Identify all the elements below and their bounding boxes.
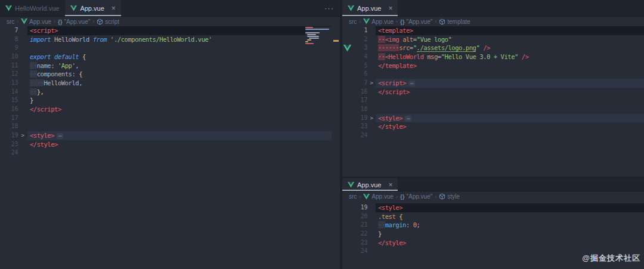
breadcrumb-label: script: [105, 18, 119, 25]
code-area[interactable]: 7<script>8import HelloWorld from './comp…: [0, 26, 340, 157]
code-token: ,: [75, 62, 79, 69]
breadcrumb-item-script[interactable]: script: [97, 18, 119, 25]
close-icon[interactable]: ×: [388, 5, 392, 12]
code-line[interactable]: 14··},: [0, 88, 340, 97]
breadcrumb-item-src[interactable]: src: [349, 193, 357, 200]
code-area[interactable]: 19<style>20.test {21··margin: 0;22}23</s…: [342, 202, 644, 256]
code-line-content: </style>: [27, 140, 340, 149]
fold-column: [367, 105, 376, 114]
fold-chevron-icon[interactable]: >: [367, 79, 376, 88]
close-icon[interactable]: ×: [112, 5, 116, 12]
code-area[interactable]: 1<template>2··<img alt="Vue logo"3······…: [342, 26, 644, 140]
minimap[interactable]: [305, 27, 332, 48]
code-line[interactable]: 17: [342, 96, 644, 105]
line-number: 4: [352, 52, 367, 61]
code-line[interactable]: 7<script>: [0, 26, 340, 35]
code-line[interactable]: 24: [342, 131, 644, 140]
code-line[interactable]: 16</script>: [342, 88, 644, 97]
breadcrumb-item-appvue[interactable]: {}"App.vue": [400, 18, 432, 25]
code-line[interactable]: 18: [0, 122, 340, 131]
tab-app-vue[interactable]: App.vue×: [342, 0, 398, 16]
tab-label: App.vue: [357, 181, 381, 188]
code-line[interactable]: 24: [0, 149, 340, 157]
tab-app-vue[interactable]: App.vue×: [65, 0, 121, 16]
breadcrumb-item-appvue[interactable]: App.vue: [363, 18, 394, 25]
code-line[interactable]: 11··name: 'App',: [0, 61, 340, 70]
more-actions-button[interactable]: ···: [324, 0, 334, 16]
fold-column: [18, 140, 27, 149]
code-line-content: </style>: [376, 122, 644, 131]
code-line[interactable]: 3······src="./assets/logo.png" />: [342, 44, 644, 52]
vue-file-icon: [21, 18, 27, 24]
minimap-line: [305, 27, 313, 28]
code-line[interactable]: 19><style>⋯: [342, 114, 644, 123]
code-token: components:: [37, 70, 79, 78]
fold-column: [18, 26, 27, 35]
code-token[interactable]: ⋯: [57, 133, 63, 139]
code-line[interactable]: 19><style>⋯: [0, 131, 340, 140]
code-line-content: </style>: [376, 239, 644, 248]
line-number: 20: [352, 212, 367, 221]
code-token: :: [406, 221, 413, 228]
code-token: ;: [417, 221, 420, 228]
code-line[interactable]: 19<style>: [342, 203, 644, 212]
code-line[interactable]: 23</style>: [342, 239, 644, 248]
tab-app-vue[interactable]: App.vue×: [342, 178, 398, 191]
code-token: "Vue logo": [417, 36, 452, 43]
code-line[interactable]: 2··<img alt="Vue logo": [342, 35, 644, 44]
code-token: alt: [402, 36, 413, 43]
code-line-content: [27, 149, 340, 157]
code-line[interactable]: 7><script>⋯: [342, 79, 644, 88]
code-line[interactable]: 18: [342, 105, 644, 114]
code-token: {: [82, 53, 86, 60]
code-line-content: <style>⋯: [376, 114, 644, 123]
code-token[interactable]: ⋯: [408, 81, 415, 86]
fold-column: [367, 122, 376, 131]
code-token[interactable]: ⋯: [405, 116, 411, 122]
breadcrumb-item-appvue[interactable]: App.vue: [21, 18, 51, 25]
breadcrumb-item-src[interactable]: src: [7, 18, 14, 25]
code-line[interactable]: 17: [0, 114, 340, 123]
code-line[interactable]: 13····HelloWorld,: [0, 79, 340, 88]
breadcrumb-item-style[interactable]: style: [439, 193, 460, 200]
tab-helloworld-vue[interactable]: HelloWorld.vue: [0, 0, 65, 16]
code-line[interactable]: 16</script>: [0, 105, 340, 114]
overview-ruler[interactable]: [332, 26, 340, 269]
fold-column: [367, 96, 376, 105]
breadcrumb-item-template[interactable]: template: [439, 18, 470, 25]
code-line[interactable]: 1<template>: [342, 26, 644, 35]
fold-chevron-icon[interactable]: >: [18, 131, 27, 140]
code-line[interactable]: 6: [342, 70, 644, 79]
code-line[interactable]: 8import HelloWorld from './components/He…: [0, 35, 340, 44]
code-token: src: [399, 44, 410, 51]
code-line[interactable]: 15}: [0, 96, 340, 105]
code-line[interactable]: 22}: [342, 230, 644, 239]
code-line[interactable]: 20.test {: [342, 212, 644, 221]
line-number: 18: [0, 122, 18, 131]
editor-group-left: HelloWorld.vueApp.vue×···src›App.vue›{}"…: [0, 0, 340, 269]
code-line[interactable]: 10export default {: [0, 52, 340, 61]
minimap-line: [307, 36, 319, 37]
code-token: HelloWorld,: [44, 79, 83, 86]
file-link[interactable]: ./assets/logo.png: [417, 44, 476, 52]
code-line[interactable]: 23</style>: [0, 140, 340, 149]
code-token: 'App': [58, 62, 75, 69]
breadcrumb-item-appvue[interactable]: {}"App.vue": [58, 18, 90, 25]
fold-column: [367, 26, 376, 35]
fold-chevron-icon[interactable]: >: [367, 114, 376, 123]
code-token: .test: [378, 213, 395, 220]
vue-file-icon: [363, 18, 370, 24]
breadcrumb-item-src[interactable]: src: [349, 18, 357, 25]
code-line[interactable]: 5</template>: [342, 61, 644, 70]
gutter-glyph-margin: [342, 230, 352, 239]
code-line[interactable]: 23</style>: [342, 122, 644, 131]
close-icon[interactable]: ×: [388, 181, 392, 188]
breadcrumb-item-appvue[interactable]: {}"App.vue": [400, 193, 432, 200]
breadcrumb: src›App.vue›{}"App.vue"›style: [342, 191, 644, 202]
code-line-content: .test {: [376, 212, 644, 221]
code-line[interactable]: 9: [0, 44, 340, 52]
code-line[interactable]: 12··components: {: [0, 70, 340, 79]
code-line[interactable]: 21··margin: 0;: [342, 221, 644, 230]
code-line[interactable]: 4··<HelloWorld msg="Hello Vue 3.0 + Vite…: [342, 52, 644, 61]
breadcrumb-item-appvue[interactable]: App.vue: [363, 193, 394, 200]
